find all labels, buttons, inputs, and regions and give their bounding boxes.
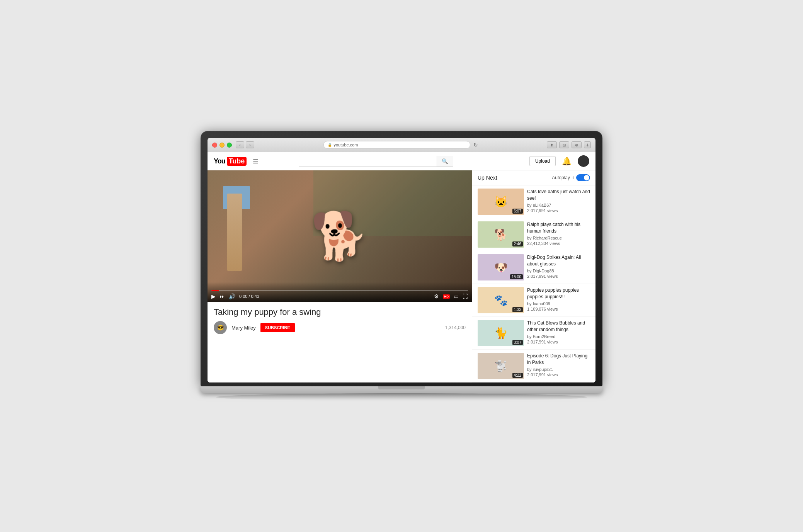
card-channel-2: by Digi-Dog88	[527, 269, 590, 273]
progress-bar[interactable]	[211, 290, 468, 291]
card-views-5: 2,017,991 views	[527, 372, 590, 377]
back-button[interactable]: ‹	[236, 141, 244, 148]
logo-tube: Tube	[227, 157, 247, 166]
card-channel-0: by eLiKaB67	[527, 203, 590, 207]
video-card-0[interactable]: 🐱 6:07 Cats love baths just watch and se…	[472, 185, 595, 218]
subscribe-button[interactable]: Subscribe	[260, 323, 295, 332]
card-channel-4: by Born2Breed	[527, 334, 590, 339]
thumbnail-2: 🐶 15:00	[478, 254, 524, 280]
new-tab-button[interactable]: +	[584, 141, 591, 148]
card-views-3: 1,109,076 views	[527, 307, 590, 311]
video-info: Taking my puppy for a swing 😎 Mary Miley…	[208, 302, 472, 340]
duration-badge-1: 2:46	[512, 241, 523, 246]
channel-avatar[interactable]: 😎	[214, 321, 227, 334]
notifications-bell[interactable]: 🔔	[562, 156, 572, 166]
card-views-1: 22,412,304 views	[527, 241, 590, 246]
thumbnail-3: 🐾 1:33	[478, 287, 524, 313]
menu-icon[interactable]: ☰	[253, 158, 258, 165]
search-bar[interactable]: 🔍	[299, 156, 453, 167]
card-views-4: 2,017,991 views	[527, 340, 590, 344]
browser-action-buttons: ⬆ ⊡ ⊕ +	[547, 141, 591, 148]
video-title: Taking my puppy for a swing	[214, 307, 466, 317]
current-time: 0:00	[239, 294, 247, 299]
card-info-5: Episode 6: Dogs Just Playing in Parks by…	[527, 353, 590, 379]
card-title-4: This Cat Blows Bubbles and other random …	[527, 320, 590, 333]
upload-button[interactable]: Upload	[529, 156, 556, 166]
next-button[interactable]: ⏭	[219, 293, 225, 299]
settings-video-button[interactable]: ⚙	[434, 293, 439, 299]
search-input[interactable]	[299, 156, 437, 167]
search-button[interactable]: 🔍	[437, 156, 453, 167]
card-title-1: Ralph plays catch with his human friends	[527, 221, 590, 235]
video-card-5[interactable]: 🐩 4:22 Episode 6: Dogs Just Playing in P…	[472, 350, 595, 382]
play-button[interactable]: ▶	[211, 293, 216, 299]
card-channel-1: by RichardRescue	[527, 236, 590, 240]
address-bar[interactable]: 🔒 youtube.com	[323, 141, 470, 149]
youtube-logo[interactable]: YouTube	[214, 157, 247, 166]
autoplay-row: Autoplay ℹ	[552, 174, 590, 181]
card-info-1: Ralph plays catch with his human friends…	[527, 221, 590, 248]
dog-figure: 🐕	[311, 209, 369, 263]
theater-button[interactable]: ▭	[454, 293, 459, 299]
duration-badge-2: 15:00	[510, 274, 523, 279]
up-next-header: Up Next Autoplay ℹ	[472, 170, 595, 185]
total-time: 0:43	[251, 294, 259, 299]
video-player[interactable]: 🐕 ▶ ⏭ 🔊	[208, 170, 472, 302]
up-next-title: Up Next	[478, 175, 497, 181]
youtube-page: YouTube ☰ 🔍 Upload 🔔	[208, 152, 595, 382]
sidebar-video-list: 🐱 6:07 Cats love baths just watch and se…	[472, 185, 595, 382]
minimize-button[interactable]	[219, 143, 225, 148]
user-avatar[interactable]	[578, 155, 589, 167]
video-card-2[interactable]: 🐶 15:00 Digi-Dog Strikes Again: All abou…	[472, 251, 595, 284]
laptop-lid: ‹ › 🔒 youtube.com ↻ ⬆ ⊡ ⊕ +	[201, 131, 602, 386]
fullscreen-button[interactable]: ⛶	[463, 293, 468, 299]
channel-name: Mary Miley	[231, 325, 256, 331]
logo-you: You	[214, 157, 225, 165]
duration-badge-4: 3:07	[512, 340, 523, 345]
card-info-0: Cats love baths just watch and see! by e…	[527, 189, 590, 215]
forward-button[interactable]: ›	[246, 141, 254, 148]
thumbnail-5: 🐩 4:22	[478, 353, 524, 379]
sidebar: Up Next Autoplay ℹ	[472, 170, 595, 382]
time-display: 0:00 / 0:43	[239, 294, 259, 299]
lock-icon: 🔒	[328, 143, 332, 147]
address-bar-container: 🔒 youtube.com ↻	[258, 141, 543, 149]
thumbnail-1: 🐕 2:46	[478, 221, 524, 248]
card-views-0: 2,017,991 views	[527, 208, 590, 213]
hd-badge: HD	[443, 294, 450, 299]
card-title-3: Puppies puppies puppies puppies puppies!…	[527, 287, 590, 300]
refresh-button[interactable]: ↻	[473, 142, 478, 148]
screen-bezel: ‹ › 🔒 youtube.com ↻ ⬆ ⊡ ⊕ +	[208, 138, 595, 382]
maximize-button[interactable]	[227, 143, 232, 148]
share-button[interactable]: ⬆	[547, 141, 557, 148]
address-text: youtube.com	[334, 143, 358, 147]
autoplay-toggle[interactable]	[576, 174, 590, 181]
card-channel-3: by Ivana009	[527, 301, 590, 306]
main-content: 🐕 ▶ ⏭ 🔊	[208, 170, 472, 382]
header-right: Upload 🔔	[529, 155, 589, 167]
youtube-header: YouTube ☰ 🔍 Upload 🔔	[208, 152, 595, 170]
video-card-4[interactable]: 🐈 3:07 This Cat Blows Bubbles and other …	[472, 317, 595, 350]
controls-row: ▶ ⏭ 🔊 0:00 / 0:43	[211, 293, 468, 299]
card-info-4: This Cat Blows Bubbles and other random …	[527, 320, 590, 346]
card-info-3: Puppies puppies puppies puppies puppies!…	[527, 287, 590, 313]
duration-badge-5: 4:22	[512, 373, 523, 378]
card-channel-5: by iluvpups21	[527, 367, 590, 372]
volume-button[interactable]: 🔊	[229, 293, 235, 299]
browser-window: ‹ › 🔒 youtube.com ↻ ⬆ ⊡ ⊕ +	[208, 138, 595, 382]
progress-fill	[211, 290, 219, 291]
thumbnail-0: 🐱 6:07	[478, 189, 524, 215]
laptop-base	[201, 386, 602, 393]
laptop-hinge	[378, 386, 425, 389]
video-card-1[interactable]: 🐕 2:46 Ralph plays catch with his human …	[472, 218, 595, 251]
laptop: ‹ › 🔒 youtube.com ↻ ⬆ ⊡ ⊕ +	[201, 131, 602, 401]
autoplay-info-icon: ℹ	[572, 175, 574, 180]
autoplay-label: Autoplay	[552, 175, 570, 180]
close-button[interactable]	[212, 143, 217, 148]
video-card-3[interactable]: 🐾 1:33 Puppies puppies puppies puppies p…	[472, 284, 595, 317]
duration-badge-3: 1:33	[512, 307, 523, 312]
browser-titlebar: ‹ › 🔒 youtube.com ↻ ⬆ ⊡ ⊕ +	[208, 138, 595, 152]
bookmark-button[interactable]: ⊡	[559, 141, 569, 148]
settings-button[interactable]: ⊕	[572, 141, 582, 148]
toggle-knob	[584, 175, 589, 180]
